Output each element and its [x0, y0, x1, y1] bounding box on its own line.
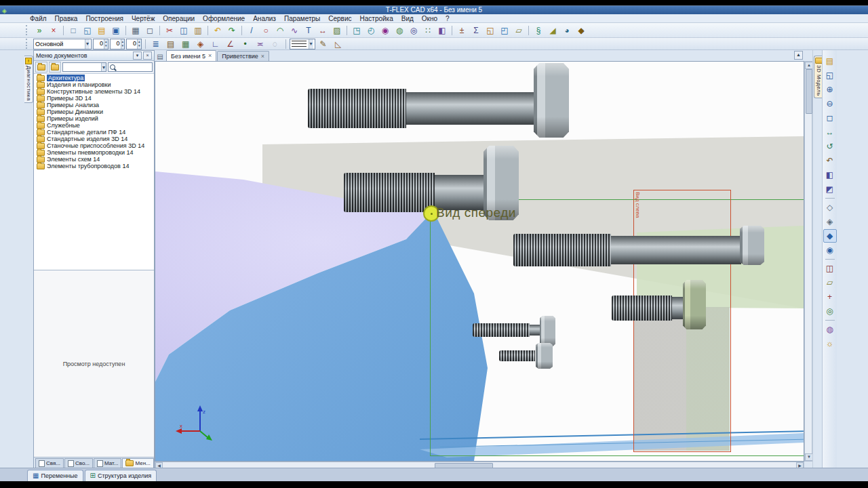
eraser-icon[interactable]: ◺ — [332, 37, 345, 50]
bolt-3-thread[interactable] — [513, 234, 611, 266]
open-document-icon[interactable]: ▤ — [95, 24, 108, 37]
vertical-scroll-thumb[interactable] — [806, 69, 812, 114]
bolt-5-head[interactable] — [540, 316, 555, 346]
tree-item[interactable]: Примеры изделий — [34, 115, 154, 122]
document-tab[interactable]: Без имени 5× — [166, 50, 216, 61]
measure-icon[interactable]: ± — [455, 24, 469, 37]
tree-item[interactable]: Служебные — [34, 122, 154, 129]
toolbar-grip[interactable] — [26, 39, 30, 49]
zoom-window-icon[interactable]: ◱ — [823, 68, 837, 82]
nodes-icon[interactable]: • — [239, 37, 252, 50]
bolt-4-head[interactable] — [683, 280, 706, 329]
mirror-icon[interactable]: ◧ — [435, 24, 449, 37]
menu-item[interactable]: Анализ — [249, 14, 280, 23]
menu-item[interactable]: Файл — [26, 14, 51, 23]
rotation-icon[interactable]: ◴ — [364, 24, 378, 37]
assembly-icon[interactable]: ◱ — [484, 24, 497, 37]
zoom-in-icon[interactable]: ⊕ — [823, 83, 837, 96]
tree-item[interactable]: Примеры 3D 14 — [34, 95, 154, 102]
panel-tab[interactable]: Мат... — [94, 458, 121, 468]
visual-settings-icon[interactable]: ◆ — [574, 24, 588, 37]
layers-icon[interactable]: ≣ — [149, 37, 163, 50]
dimension-icon[interactable]: ↔ — [316, 24, 330, 37]
menu-item[interactable]: Построения — [81, 14, 127, 23]
bolt-1-thread[interactable] — [308, 89, 406, 128]
wireframe-mode-icon[interactable]: ◇ — [823, 201, 837, 214]
lcs-icon[interactable]: ◎ — [823, 304, 837, 318]
undo-icon[interactable]: ↶ — [211, 24, 224, 37]
mass-properties-icon[interactable]: Σ — [469, 24, 483, 37]
new-document-icon[interactable]: □ — [66, 24, 80, 37]
grid-icon[interactable]: ▦ — [179, 37, 193, 50]
toolbar-grip[interactable] — [26, 25, 30, 35]
folder-view-button[interactable] — [49, 62, 61, 73]
helix-icon[interactable]: § — [532, 24, 545, 37]
bolt-4-shank[interactable] — [672, 297, 683, 319]
hole-icon[interactable]: ◎ — [407, 24, 420, 37]
bolt-6-head[interactable] — [536, 343, 553, 369]
menu-item[interactable]: ? — [441, 14, 454, 23]
diagnostics-panel-tab[interactable]: ! Диагностика — [24, 56, 33, 103]
zoom-all-icon[interactable]: ◻ — [823, 111, 837, 125]
bolt-5-thread[interactable] — [473, 323, 530, 337]
vertical-scrollbar[interactable]: ▲ ▼ — [804, 61, 812, 462]
circle-icon[interactable]: ○ — [259, 24, 273, 37]
spinner-buttons[interactable]: ▴▾ — [121, 39, 125, 49]
fragment-icon[interactable]: ◰ — [498, 24, 511, 37]
workplane-icon[interactable]: ▱ — [512, 24, 526, 37]
coordinate-spinner-1[interactable]: 0 ▴▾ — [93, 39, 108, 49]
spline-icon[interactable]: ∿ — [288, 24, 301, 37]
tree-item[interactable]: Элементы трубопроводов 14 — [34, 163, 154, 169]
print-preview-icon[interactable]: ◻ — [143, 24, 157, 37]
close-icon[interactable]: × — [208, 53, 212, 59]
panel-tab[interactable]: Свя... — [35, 458, 64, 468]
tree-item[interactable]: Стандартные изделия 3D 14 — [34, 136, 154, 142]
extrusion-icon[interactable]: ◳ — [350, 24, 363, 37]
ortho-icon[interactable]: ∟ — [209, 37, 222, 50]
tree-item[interactable]: Элементы пневмопроводки 14 — [34, 149, 154, 156]
menu-item[interactable]: Параметры — [280, 14, 324, 23]
bolt-1-head[interactable] — [534, 63, 569, 138]
array-icon[interactable]: ∷ — [421, 24, 435, 37]
isometry-view-icon[interactable]: ◩ — [823, 182, 837, 196]
copy-icon[interactable]: ◫ — [177, 24, 191, 37]
tree-item[interactable]: Станочные приспособления 3D 14 — [34, 142, 154, 149]
tree-item[interactable]: Примеры Анализа — [34, 102, 154, 108]
folder-up-button[interactable] — [35, 62, 47, 73]
lighting-icon[interactable]: ☼ — [823, 337, 837, 350]
blend-icon[interactable]: ◍ — [393, 24, 406, 37]
workplanes-toggle-icon[interactable]: ▱ — [823, 276, 837, 289]
boolean-icon[interactable]: ◉ — [378, 24, 392, 37]
menu-item[interactable]: Чертёж — [127, 14, 159, 23]
bottom-tab[interactable]: ⊞Структура изделия — [85, 470, 157, 481]
menu-item[interactable]: Операции — [159, 14, 199, 23]
rotate-view-icon[interactable]: ↺ — [823, 140, 837, 153]
bolt-2-thread[interactable] — [344, 173, 435, 212]
spinner-buttons[interactable]: ▴▾ — [137, 39, 141, 49]
menu-item[interactable]: Настройка — [356, 14, 397, 23]
snap-icon[interactable]: ◈ — [194, 37, 208, 50]
redo-icon[interactable]: ↷ — [225, 24, 239, 37]
tree-item[interactable]: Изделия и планировки — [34, 81, 154, 88]
text-icon[interactable]: T — [302, 24, 315, 37]
bolt-6-thread[interactable] — [499, 350, 535, 361]
cancel-input-icon[interactable]: × — [47, 24, 60, 37]
panel-tab[interactable]: Мен... — [122, 458, 153, 468]
tree-item[interactable]: Примеры Динамики — [34, 108, 154, 115]
tree-item[interactable]: Стандартные детали ПФ 14 — [34, 129, 154, 136]
folder-combobox[interactable]: ▾ — [62, 62, 106, 72]
paste-icon[interactable]: ▥ — [191, 24, 205, 37]
hatch-icon[interactable]: ▨ — [330, 24, 344, 37]
menu-item[interactable]: Оформление — [199, 14, 249, 23]
tree-item[interactable]: Конструктивные элементы 3D 14 — [34, 88, 154, 95]
menu-item[interactable]: Правка — [51, 14, 82, 23]
open-3d-model-icon[interactable]: ▤ — [823, 54, 837, 68]
document-tab[interactable]: Приветствие× — [217, 51, 269, 61]
menu-item[interactable]: Вид — [397, 14, 418, 23]
chamfer-icon[interactable]: ◢ — [546, 24, 559, 37]
line-icon[interactable]: / — [245, 24, 258, 37]
menu-item[interactable]: Окно — [418, 14, 441, 23]
zoom-out-icon[interactable]: ⊖ — [823, 97, 837, 110]
tree-item[interactable]: Архитектура — [34, 75, 154, 81]
finish-input-icon[interactable]: » — [33, 24, 46, 37]
